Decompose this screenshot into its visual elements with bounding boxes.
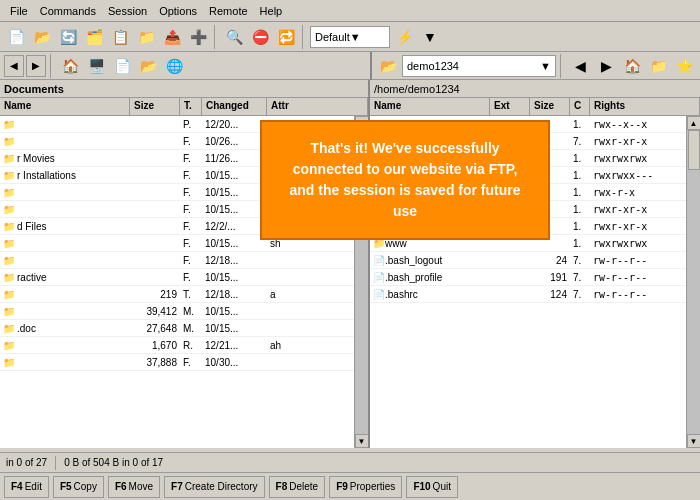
folder-icon: 📁 (3, 306, 15, 317)
btn-label: Move (129, 481, 153, 492)
left-col-changed[interactable]: Changed (202, 98, 267, 115)
btn-label: Quit (433, 481, 451, 492)
addr-right-root[interactable]: 📁 (646, 54, 670, 78)
toolbar-profile-dropdown[interactable]: Default ▼ (310, 26, 390, 48)
toolbar-icon13[interactable]: ▼ (418, 25, 442, 49)
folder-icon: 📁 (3, 187, 15, 198)
toolbar-separator1 (214, 25, 218, 49)
menu-commands[interactable]: Commands (34, 3, 102, 19)
menu-help[interactable]: Help (254, 3, 289, 19)
menu-options[interactable]: Options (153, 3, 203, 19)
bottom-btn-f6[interactable]: F6 Move (108, 476, 160, 498)
remote-dropdown-arrow: ▼ (540, 60, 551, 72)
btn-label: Delete (289, 481, 318, 492)
folder-icon: 📁 (3, 153, 15, 164)
left-file-row[interactable]: 📁ractive F. 10/15... (0, 269, 354, 286)
addr-folder[interactable]: 📂 (136, 54, 160, 78)
bottom-btn-f4[interactable]: F4 Edit (4, 476, 49, 498)
folder-icon: 📁 (3, 136, 15, 147)
bottom-btn-f10[interactable]: F10 Quit (406, 476, 458, 498)
btn-key: F8 (276, 481, 288, 492)
bottom-btn-f5[interactable]: F5 Copy (53, 476, 104, 498)
popup-text: That's it! We've successfully connected … (289, 140, 520, 219)
addr-right-back[interactable]: ◀ (568, 54, 592, 78)
menu-session[interactable]: Session (102, 3, 153, 19)
right-file-row[interactable]: 📄.bash_profile 191 7. rw-r--r-- (370, 269, 686, 286)
toolbar-icon8[interactable]: ➕ (186, 25, 210, 49)
right-col-headers: Name Ext Size C Rights (370, 98, 700, 116)
toolbar-icon10[interactable]: ⛔ (248, 25, 272, 49)
remote-path-text: /home/demo1234 (374, 83, 460, 95)
left-col-type[interactable]: T. (180, 98, 202, 115)
left-file-row[interactable]: 📁 37,888 F. 10/30... (0, 354, 354, 371)
addr-left-back[interactable]: ◀ (4, 55, 24, 77)
left-col-name[interactable]: Name (0, 98, 130, 115)
right-col-ext[interactable]: Ext (490, 98, 530, 115)
toolbar-icon12[interactable]: ⚡ (392, 25, 416, 49)
remote-path-bar: /home/demo1234 (370, 80, 700, 98)
right-col-size[interactable]: Size (530, 98, 570, 115)
left-file-row[interactable]: 📁 F. 12/18... (0, 252, 354, 269)
toolbar-icon9[interactable]: 🔍 (222, 25, 246, 49)
menu-file[interactable]: File (4, 3, 34, 19)
right-col-name[interactable]: Name (370, 98, 490, 115)
statusbar: in 0 of 27 0 B of 504 B in 0 of 17 (0, 452, 700, 472)
addr-right-bkmk[interactable]: ⭐ (672, 54, 696, 78)
dropdown-arrow-icon: ▼ (350, 31, 361, 43)
scroll-down-arrow[interactable]: ▼ (355, 434, 369, 448)
addr-desktop[interactable]: 🖥️ (84, 54, 108, 78)
bottom-btn-f7[interactable]: F7 Create Directory (164, 476, 264, 498)
toolbar-icon7[interactable]: 📤 (160, 25, 184, 49)
addr-right-fwd[interactable]: ▶ (594, 54, 618, 78)
toolbar-separator2 (302, 25, 306, 49)
addr-right-folder[interactable]: 📂 (376, 54, 400, 78)
file-icon: 📄 (373, 255, 385, 266)
folder-icon: 📁 (3, 340, 15, 351)
left-file-row[interactable]: 📁 219 T. 12/18... a (0, 286, 354, 303)
addr-right-home[interactable]: 🏠 (620, 54, 644, 78)
addr-home[interactable]: 🏠 (58, 54, 82, 78)
right-scroll-track (687, 130, 701, 434)
left-col-size[interactable]: Size (130, 98, 180, 115)
toolbar-open[interactable]: 📂 (30, 25, 54, 49)
right-file-row[interactable]: 📄.bashrc 124 7. rw-r--r-- (370, 286, 686, 303)
left-col-attr[interactable]: Attr (267, 98, 368, 115)
file-icon: 📄 (373, 289, 385, 300)
toolbar-icon6[interactable]: 📁 (134, 25, 158, 49)
right-scroll-down[interactable]: ▼ (687, 434, 701, 448)
left-status: in 0 of 27 (6, 457, 47, 468)
addr-network[interactable]: 🌐 (162, 54, 186, 78)
toolbar-new[interactable]: 📄 (4, 25, 28, 49)
left-file-row[interactable]: 📁.doc 27,648 M. 10/15... (0, 320, 354, 337)
toolbar-icon4[interactable]: 🗂️ (82, 25, 106, 49)
bottom-btn-f8[interactable]: F8 Delete (269, 476, 326, 498)
addr-docs[interactable]: 📄 (110, 54, 134, 78)
folder-icon: 📁 (3, 357, 15, 368)
btn-label: Properties (350, 481, 396, 492)
right-scrollbar[interactable]: ▲ ▼ (686, 116, 700, 448)
right-scroll-up[interactable]: ▲ (687, 116, 701, 130)
right-col-rights[interactable]: Rights (590, 98, 700, 115)
btn-key: F7 (171, 481, 183, 492)
left-file-row[interactable]: 📁 39,412 M. 10/15... (0, 303, 354, 320)
left-address-bar: ◀ ▶ 🏠 🖥️ 📄 📂 🌐 (0, 52, 370, 80)
left-panel-header: Documents (0, 80, 368, 98)
left-col-headers: Name Size T. Changed Attr (0, 98, 368, 116)
folder-icon: 📁 (3, 221, 15, 232)
success-popup: That's it! We've successfully connected … (260, 120, 550, 240)
menu-remote[interactable]: Remote (203, 3, 254, 19)
right-file-row[interactable]: 📄.bash_logout 24 7. rw-r--r-- (370, 252, 686, 269)
left-file-row[interactable]: 📁 1,670 R. 12/21... ah (0, 337, 354, 354)
right-col-c[interactable]: C (570, 98, 590, 115)
addr-left-fwd[interactable]: ▶ (26, 55, 46, 77)
folder-icon: 📁 (3, 255, 15, 266)
folder-icon: 📁 (3, 272, 15, 283)
toolbar-icon5[interactable]: 📋 (108, 25, 132, 49)
toolbar-refresh[interactable]: 🔄 (56, 25, 80, 49)
bottom-btn-f9[interactable]: F9 Properties (329, 476, 402, 498)
btn-key: F9 (336, 481, 348, 492)
btn-label: Copy (74, 481, 97, 492)
remote-dir-dropdown[interactable]: demo1234 ▼ (402, 55, 556, 77)
toolbar-icon11[interactable]: 🔁 (274, 25, 298, 49)
right-scroll-thumb[interactable] (688, 130, 700, 170)
